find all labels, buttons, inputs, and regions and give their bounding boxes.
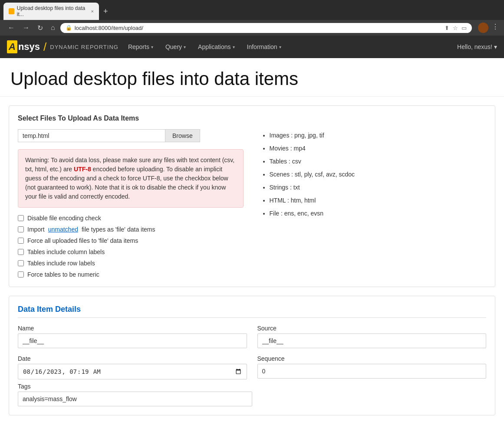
checkbox-tables-col-input[interactable]	[18, 249, 24, 255]
checkbox-force-file-label: Force all uploaded files to 'file' data …	[27, 237, 138, 244]
nav-information-label: Information	[247, 43, 277, 50]
checkbox-force-numeric-label: Force tables to be numeric	[27, 271, 99, 278]
source-input[interactable]	[257, 333, 487, 348]
nav-reports-label: Reports	[128, 43, 149, 50]
back-button[interactable]: ←	[5, 23, 17, 33]
navbar-nav: Reports ▾ Query ▾ Applications ▾ Informa…	[122, 36, 287, 58]
brand-slash: /	[43, 40, 46, 54]
upload-left-panel: Browse Warning: To avoid data loss, plea…	[18, 129, 244, 278]
checkbox-tables-row[interactable]: Tables include row labels	[18, 260, 244, 267]
file-type-movies: Movies : mp4	[270, 142, 487, 154]
tab-close-button[interactable]: ×	[91, 9, 94, 14]
forward-button[interactable]: →	[20, 23, 32, 33]
nav-item-query[interactable]: Query ▾	[159, 36, 192, 58]
checkbox-force-numeric[interactable]: Force tables to be numeric	[18, 271, 244, 278]
user-dropdown-arrow: ▾	[494, 43, 497, 50]
navbar-logo: A nsys / DYNAMIC REPORTING	[7, 40, 119, 54]
file-types-list: Images : png, jpg, tif Movies : mp4 Tabl…	[261, 129, 487, 219]
file-type-scenes: Scenes : stl, ply, csf, avz, scdoc	[270, 168, 487, 180]
tab-title: Upload desktop files into data it...	[17, 5, 87, 17]
warning-box: Warning: To avoid data loss, please make…	[18, 149, 244, 208]
data-item-details-card: Data Item Details Name Source Date Seque…	[9, 296, 495, 415]
warning-bold: UTF-8	[74, 166, 91, 173]
checkbox-force-file[interactable]: Force all uploaded files to 'file' data …	[18, 237, 244, 244]
share-icon: ⬆	[445, 25, 449, 31]
file-type-images: Images : png, jpg, tif	[270, 129, 487, 141]
checkbox-tables-col[interactable]: Tables include column labels	[18, 248, 244, 255]
query-dropdown-arrow: ▾	[184, 45, 186, 49]
reports-dropdown-arrow: ▾	[151, 45, 153, 49]
checkbox-import-unmatched-input[interactable]	[18, 226, 24, 232]
information-dropdown-arrow: ▾	[279, 45, 281, 49]
tab-favicon	[9, 8, 14, 14]
unmatched-link[interactable]: unmatched	[48, 226, 78, 233]
navbar-user-greeting[interactable]: Hello, nexus! ▾	[457, 43, 497, 50]
data-item-details-title[interactable]: Data Item Details	[18, 305, 486, 314]
checkbox-force-file-input[interactable]	[18, 238, 24, 244]
sequence-input[interactable]	[257, 364, 487, 379]
checkbox-tables-col-label: Tables include column labels	[27, 248, 105, 255]
sequence-group: Sequence	[257, 355, 487, 379]
applications-dropdown-arrow: ▾	[233, 45, 235, 49]
logo-icon: A	[7, 40, 17, 53]
name-group: Name	[18, 325, 247, 348]
extensions-icon[interactable]: ⋮	[492, 23, 499, 33]
upload-layout: Browse Warning: To avoid data loss, plea…	[18, 129, 486, 278]
lock-icon: 🔒	[66, 25, 72, 31]
details-divider	[18, 317, 486, 318]
file-type-html: HTML : htm, html	[270, 194, 487, 206]
bookmark-icon: ☆	[453, 25, 458, 31]
address-url: localhost:8000/item/upload/	[75, 25, 442, 31]
user-greeting-text: Hello, nexus!	[457, 43, 492, 50]
source-group: Source	[257, 325, 487, 348]
navbar: A nsys / DYNAMIC REPORTING Reports ▾ Que…	[0, 36, 504, 58]
browser-menu-icons: ⋮	[478, 23, 499, 33]
active-tab[interactable]: Upload desktop files into data it... ×	[3, 3, 99, 20]
refresh-button[interactable]: ↻	[35, 23, 46, 33]
tab-bar: Upload desktop files into data it... × +	[0, 0, 504, 20]
checkbox-tables-row-label: Tables include row labels	[27, 260, 95, 267]
page-title: Upload desktop files into data items	[0, 58, 504, 97]
checkbox-disable-encoding[interactable]: Disable file encoding check	[18, 215, 244, 222]
nav-item-information[interactable]: Information ▾	[241, 36, 287, 58]
tags-group: Tags	[18, 383, 486, 406]
page-content: Upload desktop files into data items Sel…	[0, 58, 504, 441]
file-upload-row: Browse	[18, 129, 244, 142]
browse-button[interactable]: Browse	[165, 129, 200, 142]
tags-input[interactable]	[18, 392, 252, 406]
details-form-grid: Name Source Date Sequence	[18, 325, 486, 379]
upload-right-panel: Images : png, jpg, tif Movies : mp4 Tabl…	[261, 129, 487, 278]
date-group: Date	[18, 355, 247, 379]
date-input[interactable]	[18, 364, 247, 379]
profile-icon[interactable]	[478, 23, 488, 33]
checkbox-group: Disable file encoding check Import unmat…	[18, 215, 244, 278]
home-button[interactable]: ⌂	[48, 23, 58, 33]
brand-subtitle: DYNAMIC REPORTING	[50, 44, 119, 50]
checkbox-force-numeric-input[interactable]	[18, 271, 24, 278]
name-input[interactable]	[18, 333, 247, 348]
name-label: Name	[18, 325, 247, 332]
file-path-input[interactable]	[18, 129, 165, 142]
file-type-strings: Strings : txt	[270, 181, 487, 193]
nav-applications-label: Applications	[198, 43, 231, 50]
file-type-file: File : ens, enc, evsn	[270, 207, 487, 219]
select-files-title: Select Files To Upload As Data Items	[18, 114, 486, 122]
split-icon: ▭	[461, 25, 467, 31]
checkbox-import-label-after: file types as 'file' data items	[82, 226, 155, 233]
brand-name: nsys	[18, 41, 40, 52]
source-label: Source	[257, 325, 487, 332]
checkbox-disable-encoding-label: Disable file encoding check	[27, 215, 101, 222]
sequence-label: Sequence	[257, 355, 487, 362]
page-background: Upload desktop files into data items Sel…	[0, 58, 504, 441]
nav-item-applications[interactable]: Applications ▾	[192, 36, 241, 58]
browser-controls: ← → ↻ ⌂ 🔒 localhost:8000/item/upload/ ⬆ …	[0, 20, 504, 36]
nav-query-label: Query	[165, 43, 182, 50]
nav-item-reports[interactable]: Reports ▾	[122, 36, 159, 58]
checkbox-import-label-before: Import	[27, 226, 45, 233]
checkbox-disable-encoding-input[interactable]	[18, 215, 24, 221]
checkbox-tables-row-input[interactable]	[18, 260, 24, 266]
checkbox-import-unmatched[interactable]: Import unmatched file types as 'file' da…	[18, 226, 244, 233]
new-tab-button[interactable]: +	[101, 7, 111, 16]
date-label: Date	[18, 355, 247, 362]
address-bar[interactable]: 🔒 localhost:8000/item/upload/ ⬆ ☆ ▭	[60, 23, 472, 33]
